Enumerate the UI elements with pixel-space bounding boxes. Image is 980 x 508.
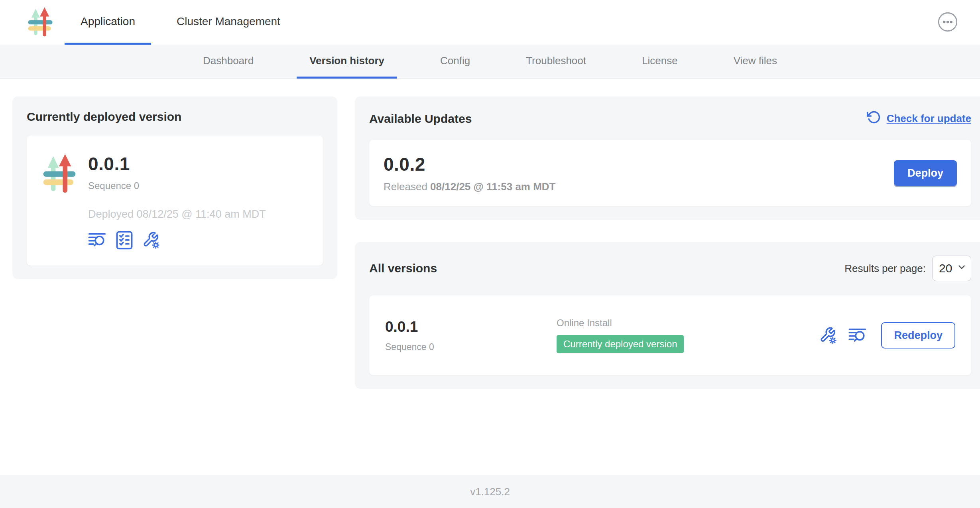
install-type-label: Online Install [557,317,819,329]
tab-application[interactable]: Application [65,0,151,45]
all-versions-title: All versions [369,262,437,275]
subnav-tab-config-label: Config [440,55,470,67]
results-per-page: Results per page: 20 [844,256,971,281]
config-icon[interactable] [142,231,160,249]
subnav-tab-view-files[interactable]: View files [721,45,790,79]
results-per-page-value: 20 [939,262,952,275]
subnav-tab-version-history-label: Version history [309,55,384,67]
update-version-number: 0.0.2 [384,154,556,175]
app-header: Application Cluster Management [0,0,980,45]
tab-cluster-management[interactable]: Cluster Management [161,0,296,45]
version-row-status: Online Install Currently deployed versio… [557,317,819,353]
preflight-checks-icon[interactable] [116,231,133,250]
deployed-timestamp: Deployed 08/12/25 @ 11:40 am MDT [88,208,266,221]
version-row: 0.0.1 Sequence 0 Online Install Currentl… [369,295,971,375]
subnav-tab-config[interactable]: Config [427,45,483,79]
redeploy-button[interactable]: Redeploy [881,322,955,349]
subnav-tab-view-files-label: View files [734,55,777,67]
app-subnav: Dashboard Version history Config Trouble… [0,45,980,79]
subnav-tab-troubleshoot[interactable]: Troubleshoot [513,45,599,79]
results-per-page-label: Results per page: [844,262,926,275]
version-row-meta: 0.0.1 Sequence 0 [385,319,557,352]
overflow-menu-button[interactable] [937,12,958,33]
deploy-button[interactable]: Deploy [894,160,957,186]
subnav-tab-troubleshoot-label: Troubleshoot [526,55,586,67]
config-icon[interactable] [819,327,837,345]
deployed-version-meta: 0.0.1 Sequence 0 Deployed 08/12/25 @ 11:… [88,153,266,250]
update-row: 0.0.2 Released 08/12/25 @ 11:53 am MDT D… [369,140,971,206]
deployed-version-number: 0.0.1 [88,153,266,175]
available-updates-title: Available Updates [369,112,472,126]
update-released-timestamp: Released 08/12/25 @ 11:53 am MDT [384,181,556,193]
admin-console: Application Cluster Management Dashboard… [0,0,980,508]
currently-deployed-badge: Currently deployed version [557,335,684,353]
row-version-number: 0.0.1 [385,319,557,335]
header-tabs: Application Cluster Management [65,0,296,45]
deployed-sequence: Sequence 0 [88,180,266,191]
released-date: 08/12/25 @ 11:53 am MDT [430,181,555,193]
update-meta: 0.0.2 Released 08/12/25 @ 11:53 am MDT [384,154,556,193]
version-row-actions: Redeploy [819,322,955,349]
diff-icon[interactable] [848,328,867,343]
currently-deployed-card: Currently deployed version 0.0.1 Sequenc… [12,96,337,279]
currently-deployed-title: Currently deployed version [27,110,323,124]
subnav-tab-version-history[interactable]: Version history [297,45,397,79]
main-content: Currently deployed version 0.0.1 Sequenc… [0,79,980,475]
chevron-down-icon [956,262,967,275]
diff-icon[interactable] [88,232,106,248]
check-for-update-label: Check for update [887,112,971,125]
subnav-tab-dashboard-label: Dashboard [203,55,254,67]
subnav-tab-license[interactable]: License [629,45,691,79]
check-for-update-link[interactable]: Check for update [867,110,971,127]
app-logo-icon [43,153,76,195]
tab-application-label: Application [81,15,135,28]
right-column: Available Updates Check for update 0.0.2 [355,96,980,389]
ellipsis-icon [937,12,958,33]
deployed-actions [88,231,266,250]
app-footer: v1.125.2 [0,475,980,508]
released-prefix: Released [384,181,427,193]
app-logo [0,0,65,45]
subnav-tab-dashboard[interactable]: Dashboard [190,45,266,79]
console-version: v1.125.2 [470,486,510,498]
subnav-tab-license-label: License [642,55,678,67]
available-updates-card: Available Updates Check for update 0.0.2 [355,96,980,220]
tab-cluster-management-label: Cluster Management [177,15,280,28]
deployed-version-panel: 0.0.1 Sequence 0 Deployed 08/12/25 @ 11:… [27,136,323,266]
app-logo-icon [28,6,53,38]
all-versions-card: All versions Results per page: 20 0.0. [355,242,980,389]
results-per-page-select[interactable]: 20 [932,256,971,281]
row-sequence: Sequence 0 [385,342,557,352]
refresh-icon [867,110,881,127]
